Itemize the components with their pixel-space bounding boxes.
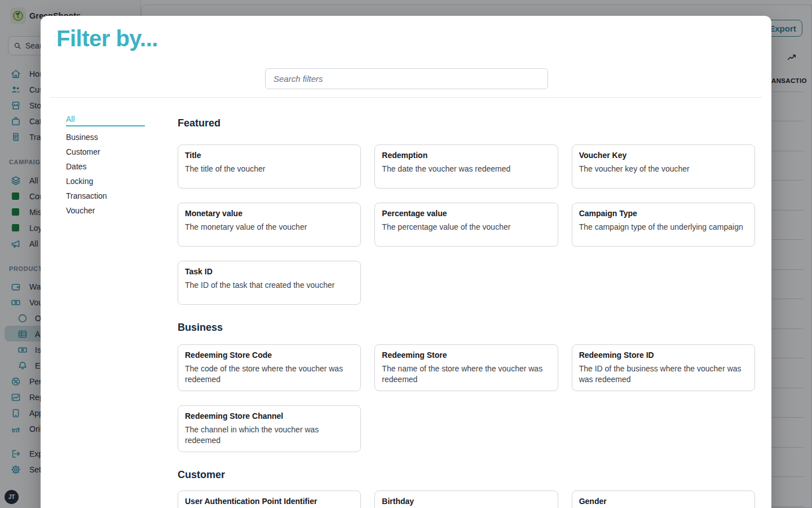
- filter-content: Featured Title The title of the voucher …: [178, 116, 755, 508]
- filter-card-task-id[interactable]: Task ID The ID of the task that created …: [178, 261, 361, 305]
- filter-nav-transaction[interactable]: Transaction: [66, 189, 145, 203]
- filter-nav-all[interactable]: All: [66, 112, 145, 126]
- filter-card-monetary-value[interactable]: Monetary value The monetary value of the…: [178, 203, 361, 247]
- filter-card-redeeming-store[interactable]: Redeeming Store The name of the store wh…: [374, 344, 558, 391]
- filter-nav-voucher[interactable]: Voucher: [66, 203, 145, 218]
- modal-divider: [50, 97, 762, 98]
- section-customer: Customer User Authentication Point Ident…: [178, 468, 755, 508]
- section-title: Featured: [178, 116, 755, 130]
- section-featured: Featured Title The title of the voucher …: [178, 116, 755, 305]
- section-title: Business: [178, 321, 755, 334]
- filter-nav-dates[interactable]: Dates: [66, 159, 145, 174]
- filter-card-percentage-value[interactable]: Percentage value The percentage value of…: [374, 203, 558, 247]
- filter-nav-business[interactable]: Business: [66, 130, 145, 144]
- section-title: Customer: [178, 468, 755, 481]
- filter-card-redemption[interactable]: Redemption The date the voucher was rede…: [374, 144, 558, 189]
- modal-title: Filter by...: [56, 26, 158, 51]
- filter-nav-customer[interactable]: Customer: [66, 144, 145, 159]
- filter-card-voucher-key[interactable]: Voucher Key The voucher key of the vouch…: [572, 144, 755, 189]
- filter-card-campaign-type[interactable]: Campaign Type The campaign type of the u…: [572, 203, 755, 247]
- filter-card-gender[interactable]: Gender The gender of the customer that r…: [572, 491, 755, 508]
- filter-nav-locking[interactable]: Locking: [66, 174, 145, 189]
- filter-search-input[interactable]: [265, 68, 548, 89]
- filter-card-redeeming-store-channel[interactable]: Redeeming Store Channel The channel in w…: [178, 405, 361, 452]
- filter-card-user-auth-point-identifier[interactable]: User Authentication Point Identifier The…: [178, 491, 361, 508]
- filter-category-nav: All Business Customer Dates Locking Tran…: [66, 112, 145, 218]
- filter-card-redeeming-store-id[interactable]: Redeeming Store ID The ID of the busines…: [572, 344, 755, 391]
- filter-card-birthday[interactable]: Birthday The birthday of the customer th…: [374, 491, 558, 508]
- filter-card-title[interactable]: Title The title of the voucher: [178, 144, 361, 189]
- filter-card-redeeming-store-code[interactable]: Redeeming Store Code The code of the sto…: [178, 344, 361, 391]
- section-business: Business Redeeming Store Code The code o…: [178, 321, 755, 452]
- filter-modal: Filter by... All Business Customer Dates…: [41, 16, 771, 508]
